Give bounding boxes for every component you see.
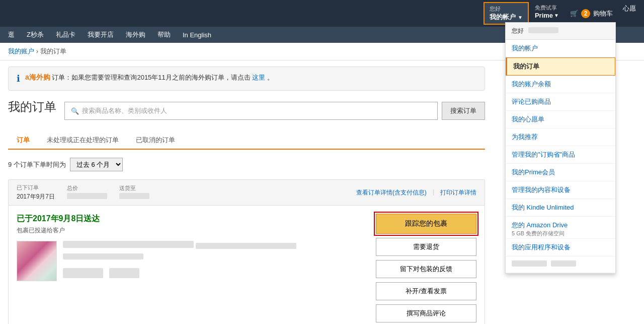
info-icon: ℹ xyxy=(17,73,20,84)
account-label: 我的帐户 ▼ xyxy=(490,13,523,22)
dropdown-container: 您好 我的帐户 我的订单 我的账户余额 评论已购商品 我的心愿单 为我推荐 管理… xyxy=(553,0,644,22)
dropdown-apps-devices[interactable]: 我的应用程序和设备 xyxy=(506,239,615,256)
nav-flash-sale[interactable]: Z秒杀 xyxy=(25,27,46,42)
nav-english[interactable]: In English xyxy=(181,28,213,42)
product-color-blurred xyxy=(63,268,103,278)
order-count-prefix: 9 个订单下单时间为 xyxy=(8,160,66,169)
item-row xyxy=(17,241,368,281)
track-package-button[interactable]: 跟踪您的包裹 xyxy=(376,214,476,234)
hello-text: 您好 xyxy=(490,5,501,13)
dropdown-kindle-unlimited[interactable]: 我的 Kindle Unlimited xyxy=(506,199,615,217)
product-image-placeholder xyxy=(17,241,56,281)
invoice-button[interactable]: 补开/查看发票 xyxy=(376,282,476,300)
return-button[interactable]: 需要退货 xyxy=(376,238,476,256)
order-header: 已下订单 2017年9月7日 总价 送货至 查看订单详情(含支付信息) | 打印… xyxy=(9,180,485,206)
search-button[interactable]: 搜索订单 xyxy=(442,102,485,120)
tab-cancelled[interactable]: 已取消的订单 xyxy=(127,131,184,150)
search-input-wrapper[interactable]: 🔍 搜索商品名称、类别或收件人 xyxy=(64,102,438,120)
account-menu-trigger[interactable]: 您好 我的帐户 ▼ xyxy=(484,2,529,25)
dropdown-content-devices[interactable]: 管理我的内容和设备 xyxy=(506,181,615,199)
dropdown-blurred-item xyxy=(506,256,615,273)
order-card: 已下订单 2017年9月7日 总价 送货至 查看订单详情(含支付信息) | 打印… xyxy=(8,179,485,324)
review-button[interactable]: 撰写商品评论 xyxy=(376,304,476,322)
dropdown-recommended[interactable]: 为我推荐 xyxy=(506,128,615,146)
dropdown-header: 您好 xyxy=(506,23,615,40)
info-banner-text: 订单：如果您需要管理和查询2015年11月之前的海外购订单，请点击 xyxy=(52,74,250,81)
nav-help[interactable]: 帮助 xyxy=(155,27,173,42)
breadcrumb-orders: 我的订单 xyxy=(40,47,66,55)
search-placeholder: 搜索商品名称、类别或收件人 xyxy=(82,106,167,115)
dropdown-my-orders[interactable]: 我的订单 xyxy=(506,57,615,76)
search-icon: 🔍 xyxy=(71,107,79,115)
page-wrapper: 您好 我的帐户 ▼ 免费试享 Prime ▼ 🛒 2 购物车 心愿 逛 Z秒杀 … xyxy=(0,0,644,324)
ship-to-blurred xyxy=(119,193,149,199)
dropdown-subscribe-save[interactable]: 管理我的"订购省"商品 xyxy=(506,146,615,164)
feedback-button[interactable]: 留下对包装的反馈 xyxy=(376,260,476,278)
tab-pending[interactable]: 未处理或正在处理的订单 xyxy=(38,131,127,150)
main-content: ℹ a海外购 订单：如果您需要管理和查询2015年11月之前的海外购订单，请点击… xyxy=(0,60,493,324)
nav-open-store[interactable]: 我要开店 xyxy=(86,27,116,42)
link-separator: | xyxy=(433,188,434,197)
dropdown-amazon-drive[interactable]: 您的 Amazon Drive 5 GB 免费的存储空间 xyxy=(506,217,615,239)
delivered-status: 已于2017年9月8日送达 xyxy=(17,214,368,224)
product-size-blurred xyxy=(109,268,139,278)
account-dropdown: 您好 我的帐户 我的订单 我的账户余额 评论已购商品 我的心愿单 为我推荐 管理… xyxy=(505,22,616,274)
dropdown-wishlist[interactable]: 我的心愿单 xyxy=(506,111,615,128)
amazon-logo: a海外购 xyxy=(25,73,50,81)
account-chevron: ▼ xyxy=(518,15,523,20)
blurred-item-2 xyxy=(551,261,576,267)
order-tabs: 订单 未处理或正在处理的订单 已取消的订单 xyxy=(8,131,485,150)
order-actions: 跟踪您的包裹 需要退货 留下对包装的反馈 补开/查看发票 撰写商品评论 xyxy=(376,214,476,322)
order-header-ship-placeholder: 送货至 xyxy=(119,184,149,201)
order-header-status: 已下订单 2017年9月7日 xyxy=(17,184,55,201)
product-info xyxy=(63,241,368,281)
view-details-link[interactable]: 查看订单详情(含支付信息) xyxy=(356,188,427,197)
breadcrumb-separator: › xyxy=(36,47,40,55)
page-title: 我的订单 xyxy=(8,99,56,115)
delivered-sub: 包裹已投递给客户 xyxy=(17,226,368,235)
nav-gift-card[interactable]: 礼品卡 xyxy=(54,27,77,42)
search-area: 🔍 搜索商品名称、类别或收件人 搜索订单 xyxy=(64,102,485,120)
breadcrumb-account[interactable]: 我的账户 xyxy=(8,47,34,55)
price-blurred xyxy=(67,193,107,199)
order-items: 已于2017年9月8日送达 包裹已投递给客户 xyxy=(17,214,368,322)
period-select[interactable]: 过去 6 个月 2017 2016 2015 xyxy=(70,158,123,171)
nav-global[interactable]: 海外购 xyxy=(124,27,147,42)
dropdown-review-purchases[interactable]: 评论已购商品 xyxy=(506,93,615,111)
blurred-item-1 xyxy=(512,261,547,267)
product-title-blurred xyxy=(63,241,194,248)
print-link[interactable]: 打印订单详情 xyxy=(440,188,476,197)
order-filter: 9 个订单下单时间为 过去 6 个月 2017 2016 2015 xyxy=(8,158,485,171)
info-banner-link[interactable]: 这里 xyxy=(252,74,265,81)
order-header-links: 查看订单详情(含支付信息) | 打印订单详情 xyxy=(356,188,476,197)
amazon-drive-sub: 5 GB 免费的存储空间 xyxy=(512,230,609,237)
order-body: 已于2017年9月8日送达 包裹已投递给客户 xyxy=(9,206,485,324)
dropdown-username-blurred xyxy=(528,27,558,33)
product-detail-blurred-2 xyxy=(63,253,143,260)
dropdown-account-balance[interactable]: 我的账户余额 xyxy=(506,76,615,93)
info-banner-period: 。 xyxy=(267,74,274,81)
nav-browse[interactable]: 逛 xyxy=(6,27,17,42)
tab-orders[interactable]: 订单 xyxy=(8,131,38,150)
dropdown-prime-membership[interactable]: 我的Prime会员 xyxy=(506,164,615,181)
dropdown-my-account[interactable]: 我的帐户 xyxy=(506,40,615,57)
product-detail-blurred-1 xyxy=(196,243,296,249)
product-image xyxy=(17,241,57,281)
ordered-label: 已下订单 xyxy=(17,184,55,191)
order-date: 2017年9月7日 xyxy=(17,192,55,201)
order-header-price-placeholder: 总价 xyxy=(67,184,107,201)
info-banner: ℹ a海外购 订单：如果您需要管理和查询2015年11月之前的海外购订单，请点击… xyxy=(8,67,485,91)
